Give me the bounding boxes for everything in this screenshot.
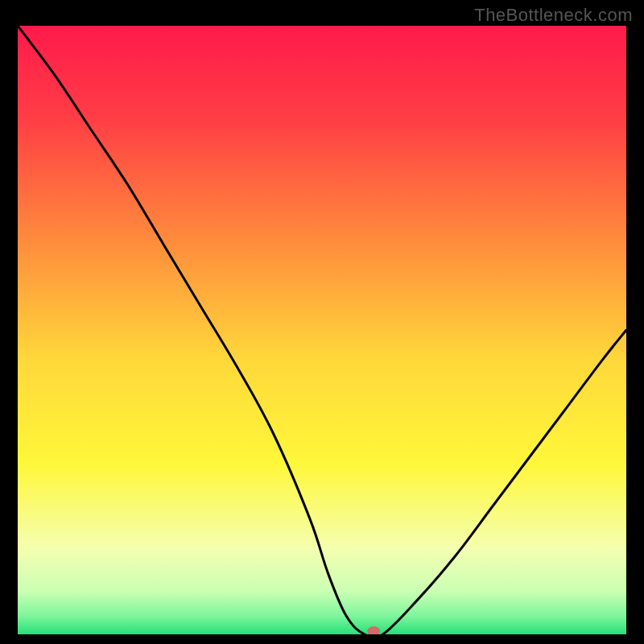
chart-frame: TheBottleneck.com: [0, 0, 644, 644]
plot-area: [18, 26, 626, 634]
gradient-background: [18, 26, 626, 634]
bottleneck-chart: [18, 26, 626, 634]
watermark-label: TheBottleneck.com: [474, 5, 633, 26]
